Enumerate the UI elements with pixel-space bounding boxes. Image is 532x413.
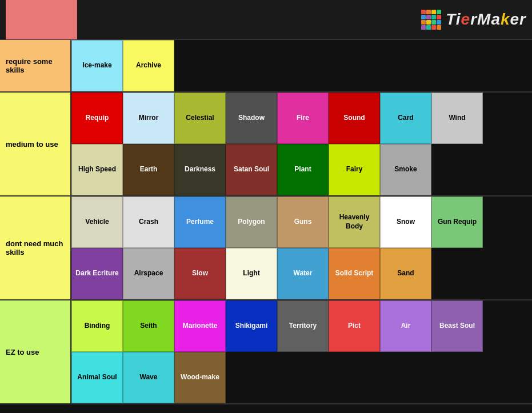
- tier-item[interactable]: Fire: [277, 93, 329, 144]
- tier-item[interactable]: Sound: [329, 93, 380, 144]
- tier-item[interactable]: Polygon: [226, 197, 277, 248]
- tier-item[interactable]: Dark Ecriture: [71, 248, 123, 299]
- tier-items-row-medium: RequipMirrorCelestialShadowFireSoundCard…: [71, 93, 532, 195]
- tier-item[interactable]: Solid Script: [329, 248, 380, 299]
- tier-item[interactable]: Crash: [123, 197, 174, 248]
- logo-cell: [421, 25, 426, 30]
- tier-row-row-someskills: require some skillsIce-makeArchive: [0, 40, 532, 93]
- logo-cell: [426, 25, 431, 30]
- tier-item[interactable]: Wind: [431, 93, 483, 144]
- tier-item[interactable]: Vehicle: [71, 197, 123, 248]
- tier-item[interactable]: Air: [380, 300, 431, 352]
- tier-item[interactable]: Plant: [277, 144, 329, 195]
- tier-item[interactable]: Card: [380, 93, 431, 144]
- tier-item[interactable]: Snow: [380, 197, 431, 248]
- tier-item[interactable]: Light: [226, 248, 277, 299]
- tier-item[interactable]: Perfume: [174, 197, 226, 248]
- tier-items-row-ez: BindingSeithMarionetteShikigamiTerritory…: [71, 300, 532, 403]
- tiermaker-logo-text: TierMaker: [446, 10, 526, 29]
- tier-item[interactable]: Archive: [123, 40, 174, 91]
- tier-item[interactable]: Ice-make: [71, 40, 123, 91]
- tier-item[interactable]: Shikigami: [226, 300, 277, 352]
- tier-item[interactable]: Darkness: [174, 144, 226, 195]
- tier-item[interactable]: Water: [277, 248, 329, 299]
- logo-cell: [431, 20, 436, 25]
- header-logo: TierMaker: [421, 10, 526, 30]
- tier-label-row-someskills: require some skills: [0, 40, 71, 91]
- tier-item[interactable]: Gun Requip: [431, 197, 483, 248]
- header-row: TierMaker: [0, 0, 532, 40]
- header-label: [6, 0, 77, 39]
- logo-grid: [421, 10, 441, 30]
- tier-row-row-medium: medium to useRequipMirrorCelestialShadow…: [0, 93, 532, 197]
- logo-cell: [431, 25, 436, 30]
- tier-item[interactable]: Seith: [123, 300, 174, 352]
- tier-item[interactable]: High Speed: [71, 144, 123, 195]
- tier-item[interactable]: Wave: [123, 352, 174, 403]
- logo-cell: [421, 15, 426, 19]
- tier-item[interactable]: Pict: [329, 300, 380, 352]
- tier-items-row-someskills: Ice-makeArchive: [71, 40, 532, 91]
- logo-cell: [421, 10, 426, 14]
- tier-label-row-ez: EZ to use: [0, 300, 71, 403]
- tier-item[interactable]: Slow: [174, 248, 226, 299]
- tier-item[interactable]: Mirror: [123, 93, 174, 144]
- logo-cell: [431, 15, 436, 19]
- tier-item[interactable]: Fairy: [329, 144, 380, 195]
- logo-cell: [426, 10, 431, 14]
- tier-item[interactable]: Guns: [277, 197, 329, 248]
- tier-row-row-dontneed: dont need much skillsVehicleCrashPerfume…: [0, 197, 532, 300]
- tier-item[interactable]: Smoke: [380, 144, 431, 195]
- tier-item[interactable]: Satan Soul: [226, 144, 277, 195]
- logo-cell: [437, 10, 441, 14]
- tier-label-row-medium: medium to use: [0, 93, 71, 195]
- tier-item[interactable]: Sand: [380, 248, 431, 299]
- tier-item[interactable]: Binding: [71, 300, 123, 352]
- logo-cell: [421, 20, 426, 25]
- tier-label-row-dontneed: dont need much skills: [0, 197, 71, 299]
- tier-items-row-dontneed: VehicleCrashPerfumePolygonGunsHeavenly B…: [71, 197, 532, 299]
- tier-item[interactable]: Wood-make: [174, 352, 226, 403]
- logo-cell: [437, 25, 441, 30]
- tier-item[interactable]: Beast Soul: [431, 300, 483, 352]
- logo-cell: [437, 15, 441, 19]
- tier-item[interactable]: Shadow: [226, 93, 277, 144]
- logo-cell: [426, 15, 431, 19]
- tier-item[interactable]: Marionette: [174, 300, 226, 352]
- logo-cell: [431, 10, 436, 14]
- tier-row-row-ez: EZ to useBindingSeithMarionetteShikigami…: [0, 300, 532, 404]
- logo-cell: [426, 20, 431, 25]
- tier-item[interactable]: Celestial: [174, 93, 226, 144]
- tier-item[interactable]: Earth: [123, 144, 174, 195]
- tier-item[interactable]: Animal Soul: [71, 352, 123, 403]
- tier-item[interactable]: Territory: [277, 300, 329, 352]
- logo-cell: [437, 20, 441, 25]
- tier-item[interactable]: Requip: [71, 93, 123, 144]
- tier-item[interactable]: Airspace: [123, 248, 174, 299]
- tier-container: require some skillsIce-makeArchivemedium…: [0, 40, 532, 404]
- tier-item[interactable]: Heavenly Body: [329, 197, 380, 248]
